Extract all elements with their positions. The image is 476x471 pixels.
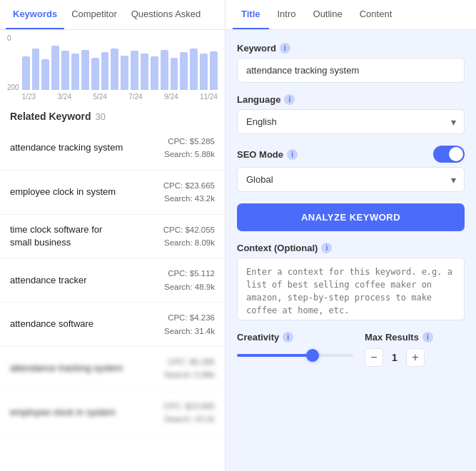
keyword-name: employee clock in system	[10, 186, 116, 198]
related-keyword-title: Related Keyword	[10, 111, 91, 122]
keyword-name: time clock software for small business	[10, 223, 124, 249]
seo-mode-toggle[interactable]	[433, 146, 465, 163]
context-info-icon[interactable]: i	[321, 243, 332, 253]
chart-y-label-top: 200	[7, 83, 19, 91]
context-label: Context (Optional) i	[237, 243, 465, 253]
tab-content[interactable]: Content	[351, 0, 401, 29]
chart-y-axis: 200 0	[7, 34, 19, 91]
seo-mode-field-group: SEO Mode i GlobalUnited StatesUnited Kin…	[237, 146, 465, 192]
related-keyword-count: 30	[96, 111, 106, 122]
keyword-search: Search: 48.9k	[164, 280, 215, 293]
seo-mode-info-icon[interactable]: i	[287, 149, 298, 160]
keyword-stats: CPC: $5.285 Search: 5.88k	[164, 355, 215, 382]
keyword-item-5-blurred: attendance tracking system CPC: $5.285 S…	[0, 347, 225, 391]
keyword-cpc: CPC: $5.285	[164, 355, 215, 368]
keyword-item-0[interactable]: attendance tracking system CPC: $5.285 S…	[0, 126, 225, 171]
language-label: Language i	[237, 94, 465, 105]
chart-x-labels: 1/23 3/24 5/24 7/24 9/24 11/24	[22, 93, 218, 101]
keyword-name: attendance tracker	[10, 274, 87, 287]
tab-keywords[interactable]: Keywords	[6, 0, 64, 29]
bar	[151, 56, 158, 90]
creativity-section: Creativity i	[237, 332, 353, 363]
bottom-row: Creativity i Max Results i − 1	[237, 332, 465, 367]
analyze-keyword-button[interactable]: ANALYZE KEYWORD	[237, 203, 465, 231]
tab-outline[interactable]: Outline	[305, 0, 351, 29]
chart-y-label-bottom: 0	[7, 34, 19, 42]
language-info-icon[interactable]: i	[284, 94, 295, 105]
slider-track	[237, 354, 353, 357]
context-textarea[interactable]	[237, 258, 465, 320]
bar	[41, 59, 49, 90]
keyword-cpc: CPC: $23.665	[163, 400, 215, 412]
bar	[71, 54, 79, 90]
keyword-list: attendance tracking system CPC: $5.285 S…	[0, 126, 225, 471]
keyword-stats: CPC: $4.236 Search: 31.4k	[164, 311, 215, 338]
keyword-info-icon[interactable]: i	[280, 43, 290, 54]
keyword-name: attendance tracking system	[10, 141, 123, 154]
max-results-section: Max Results i − 1 +	[365, 332, 465, 367]
keyword-search: Search: 43.2k	[163, 412, 215, 425]
bar	[81, 50, 89, 90]
stepper-decrement-button[interactable]: −	[365, 348, 383, 367]
target-select-wrapper: GlobalUnited StatesUnited Kingdom ▾	[237, 167, 465, 192]
chart-x-label: 5/24	[93, 93, 106, 101]
creativity-slider-wrapper	[237, 348, 353, 363]
keyword-stats: CPC: $42.055 Search: 8.09k	[163, 223, 215, 250]
slider-thumb[interactable]	[306, 349, 319, 362]
bar	[141, 54, 148, 90]
keyword-item-6-blurred: employee clock in system CPC: $23.665 Se…	[0, 391, 225, 435]
language-field-group: Language i EnglishSpanishFrenchGermanChi…	[237, 94, 465, 134]
chart-x-label: 1/23	[22, 93, 36, 101]
keyword-stats: CPC: $5.285 Search: 5.88k	[164, 135, 215, 161]
chart-x-label: 3/24	[58, 93, 71, 101]
bar	[121, 56, 128, 90]
left-panel: Keywords Competitor Questions Asked 200 …	[0, 0, 226, 471]
language-select-wrapper: EnglishSpanishFrenchGermanChinese ▾	[237, 109, 465, 134]
keyword-input[interactable]	[237, 58, 465, 83]
keyword-search: Search: 8.09k	[163, 236, 215, 249]
keyword-item-4[interactable]: attendance software CPC: $4.236 Search: …	[0, 303, 225, 347]
tab-title[interactable]: Title	[233, 0, 269, 29]
chart-wrapper: 200 0	[0, 30, 225, 103]
chart-bars	[22, 34, 218, 91]
right-panel: Title Intro Outline Content Keyword i La…	[226, 0, 476, 471]
tab-questions-asked[interactable]: Questions Asked	[124, 0, 208, 29]
keyword-cpc: CPC: $4.236	[164, 311, 215, 324]
keyword-name: attendance software	[10, 318, 93, 330]
tab-competitor[interactable]: Competitor	[64, 0, 124, 29]
language-select[interactable]: EnglishSpanishFrenchGermanChinese	[237, 109, 465, 134]
bar	[171, 58, 178, 90]
chart-x-label: 11/24	[200, 93, 218, 101]
stepper-value: 1	[388, 352, 402, 363]
bar	[190, 49, 198, 90]
right-content: Keyword i Language i EnglishSpanishFrenc…	[226, 30, 476, 380]
toggle-knob	[449, 147, 463, 161]
context-field-group: Context (Optional) i	[237, 243, 465, 320]
target-select[interactable]: GlobalUnited StatesUnited Kingdom	[237, 167, 465, 192]
chart-x-label: 7/24	[128, 93, 142, 101]
keyword-item-3[interactable]: attendance tracker CPC: $5.112 Search: 4…	[0, 258, 225, 303]
keyword-search: Search: 43.2k	[163, 192, 215, 205]
keyword-stats: CPC: $5.112 Search: 48.9k	[164, 267, 215, 293]
creativity-info-icon[interactable]: i	[283, 332, 293, 343]
left-tabs: Keywords Competitor Questions Asked	[0, 0, 225, 30]
bar	[61, 51, 69, 90]
keyword-cpc: CPC: $5.285	[164, 135, 215, 148]
keyword-item-1[interactable]: employee clock in system CPC: $23.665 Se…	[0, 171, 225, 215]
bar	[22, 56, 30, 90]
chart-x-label: 9/24	[164, 93, 178, 101]
stepper-increment-button[interactable]: +	[406, 348, 425, 367]
tab-intro[interactable]: Intro	[269, 0, 305, 29]
bar	[131, 51, 138, 90]
keyword-search: Search: 5.88k	[164, 368, 215, 381]
max-results-stepper: − 1 +	[365, 348, 465, 367]
keyword-field-group: Keyword i	[237, 43, 465, 83]
keyword-search: Search: 31.4k	[164, 325, 215, 338]
keyword-item-2[interactable]: time clock software for small business C…	[0, 215, 225, 259]
creativity-label: Creativity i	[237, 332, 353, 343]
bar	[91, 58, 99, 90]
bar	[180, 52, 188, 90]
keyword-stats: CPC: $23.665 Search: 43.2k	[163, 400, 215, 426]
bar	[210, 51, 218, 90]
max-results-info-icon[interactable]: i	[422, 332, 433, 343]
